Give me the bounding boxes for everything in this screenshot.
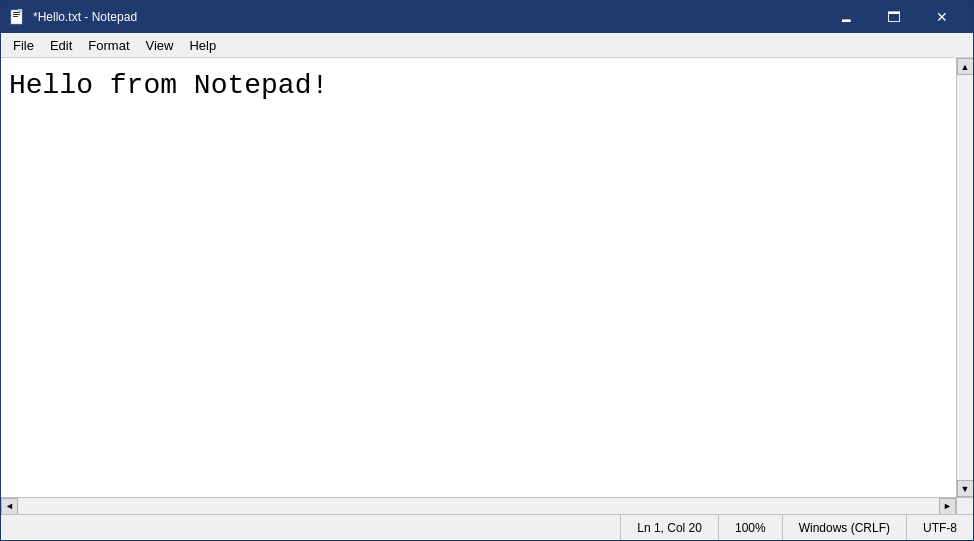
encoding: UTF-8 [906,515,973,540]
scroll-track-h[interactable] [18,498,939,514]
scroll-right-button[interactable]: ► [939,498,956,515]
minimize-button[interactable]: 🗕 [823,1,869,33]
scroll-track-v[interactable] [957,75,973,480]
svg-rect-4 [18,9,22,12]
status-bar: Ln 1, Col 20 100% Windows (CRLF) UTF-8 [1,514,973,540]
svg-rect-2 [13,14,20,15]
maximize-button[interactable]: 🗖 [871,1,917,33]
menu-bar: File Edit Format View Help [1,33,973,58]
menu-format[interactable]: Format [80,33,137,57]
zoom-level: 100% [718,515,782,540]
scroll-left-button[interactable]: ◄ [1,498,18,515]
menu-file[interactable]: File [5,33,42,57]
scroll-up-button[interactable]: ▲ [957,58,974,75]
menu-view[interactable]: View [138,33,182,57]
close-button[interactable]: ✕ [919,1,965,33]
notepad-icon [9,9,25,25]
scrollbar-corner [956,498,973,515]
notepad-window: *Hello.txt - Notepad 🗕 🗖 ✕ File Edit For… [0,0,974,541]
vertical-scrollbar: ▲ ▼ [956,58,973,497]
editor-area: ▲ ▼ [1,58,973,497]
svg-rect-3 [13,16,18,17]
text-editor[interactable] [1,58,956,497]
cursor-position: Ln 1, Col 20 [620,515,718,540]
window-title: *Hello.txt - Notepad [33,10,137,24]
menu-edit[interactable]: Edit [42,33,80,57]
title-bar-left: *Hello.txt - Notepad [9,9,137,25]
title-bar: *Hello.txt - Notepad 🗕 🗖 ✕ [1,1,973,33]
menu-help[interactable]: Help [181,33,224,57]
line-ending: Windows (CRLF) [782,515,906,540]
scroll-down-button[interactable]: ▼ [957,480,974,497]
horizontal-scrollbar: ◄ ► [1,497,973,514]
title-bar-controls: 🗕 🗖 ✕ [823,1,965,33]
